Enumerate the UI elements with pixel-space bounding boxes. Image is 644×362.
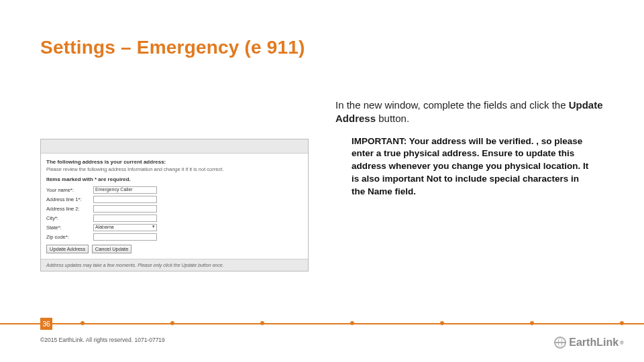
instruction-column: In the new window, complete the fields a… xyxy=(335,99,604,272)
update-address-button[interactable]: Update Address xyxy=(46,245,89,253)
field-row-city: City*: xyxy=(46,215,303,222)
addr1-label: Address line 1*: xyxy=(46,196,93,202)
field-row-addr2: Address line 2: xyxy=(46,205,303,213)
dot-icon xyxy=(260,321,264,325)
dot-icon xyxy=(170,321,174,325)
name-input[interactable]: Emergency Caller xyxy=(93,186,157,194)
city-input[interactable] xyxy=(93,215,157,222)
globe-icon xyxy=(554,337,566,349)
field-row-name: Your name*: Emergency Caller xyxy=(46,186,303,194)
dot-icon xyxy=(80,321,85,325)
form-footnote: Address updates may take a few moments. … xyxy=(41,259,308,271)
important-note: IMPORTANT: Your address will be verified… xyxy=(352,135,604,198)
field-row-zip: Zip code*: xyxy=(46,233,303,241)
cancel-update-button[interactable]: Cancel Update xyxy=(92,245,132,253)
name-label: Your name*: xyxy=(46,187,93,193)
form-actions: Update Address Cancel Update xyxy=(46,245,303,253)
state-label: State*: xyxy=(46,225,93,231)
form-required-note: Items marked with * are required. xyxy=(46,176,303,182)
zip-input[interactable] xyxy=(93,233,157,241)
earthlink-logo: EarthLink® xyxy=(554,337,624,349)
dot-icon xyxy=(350,321,354,325)
footer-dots xyxy=(80,321,624,325)
content-area: The following address is your current ad… xyxy=(40,99,604,272)
addr2-input[interactable] xyxy=(93,205,157,213)
form-hint-bold: The following address is your current ad… xyxy=(46,159,303,165)
copyright-text: ©2015 EarthLink. All rights reserved. 10… xyxy=(40,337,165,343)
instruction-text: In the new window, complete the fields a… xyxy=(335,99,604,126)
intro-before: In the new window, complete the fields a… xyxy=(335,99,569,111)
form-header-bar xyxy=(41,139,308,154)
field-row-state: State*: Alabama xyxy=(46,224,303,231)
dot-icon xyxy=(620,321,624,325)
field-row-addr1: Address line 1*: xyxy=(46,196,303,203)
addr1-input[interactable] xyxy=(93,196,157,203)
logo-text: EarthLink xyxy=(569,337,619,349)
dot-icon xyxy=(530,321,534,325)
intro-after: button. xyxy=(376,113,409,124)
address-form-screenshot: The following address is your current ad… xyxy=(40,139,309,272)
zip-label: Zip code*: xyxy=(46,234,93,240)
addr2-label: Address line 2: xyxy=(46,206,93,212)
dot-icon xyxy=(440,321,444,325)
page-number-badge: 36 xyxy=(40,318,52,330)
page-title: Settings – Emergency (e 911) xyxy=(40,37,604,58)
form-hint: Please review the following address info… xyxy=(46,166,303,172)
registered-mark: ® xyxy=(620,340,624,346)
city-label: City*: xyxy=(46,215,93,221)
state-select[interactable]: Alabama xyxy=(93,224,157,231)
screenshot-column: The following address is your current ad… xyxy=(40,99,315,272)
